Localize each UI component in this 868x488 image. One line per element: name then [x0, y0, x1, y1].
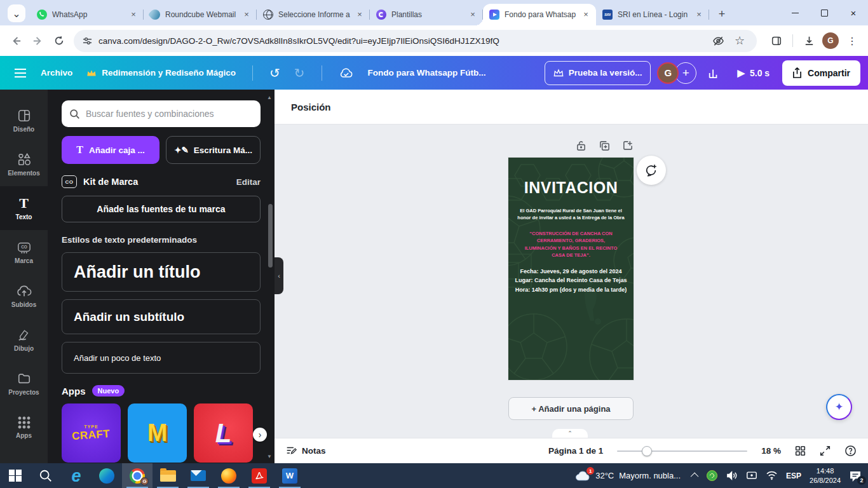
- brand-kit-edit-button[interactable]: Editar: [236, 177, 261, 187]
- browser-profile-avatar[interactable]: G: [822, 32, 839, 49]
- tab-whatsapp[interactable]: WhatsApp ×: [31, 4, 144, 25]
- share-button[interactable]: Compartir: [782, 60, 860, 86]
- sidebar-item-apps[interactable]: Apps: [0, 405, 48, 449]
- tab-close-icon[interactable]: ×: [128, 10, 139, 20]
- taskbar-ie-button[interactable]: e: [61, 463, 92, 488]
- new-tab-button[interactable]: +: [713, 5, 731, 23]
- add-page-icon[interactable]: [622, 140, 634, 151]
- wifi-icon[interactable]: [766, 471, 778, 480]
- tab-close-icon[interactable]: ×: [355, 10, 365, 20]
- undo-icon[interactable]: ↺: [269, 67, 280, 79]
- tab-fondo-whatsapp-active[interactable]: Fondo para Whatsap ×: [483, 4, 596, 25]
- tab-plantillas[interactable]: Plantillas ×: [370, 4, 483, 25]
- taskbar-explorer-button[interactable]: [153, 463, 183, 488]
- insights-chart-icon[interactable]: [703, 67, 724, 79]
- scroll-down-icon[interactable]: ▼: [267, 454, 272, 459]
- download-icon[interactable]: [798, 30, 820, 51]
- magic-write-button[interactable]: ✦✎ Escritura Má...: [166, 136, 261, 164]
- canvas-workspace[interactable]: INVITACION El GAD Parroquial Rural de Sa…: [275, 125, 868, 438]
- taskbar-firefox-button[interactable]: [214, 463, 244, 488]
- design-page[interactable]: INVITACION El GAD Parroquial Rural de Sa…: [508, 158, 634, 380]
- add-title-style[interactable]: Añadir un título: [62, 252, 261, 292]
- redo-icon[interactable]: ↻: [294, 67, 305, 79]
- taskbar-chrome-button[interactable]: G: [122, 463, 153, 488]
- duplicate-page-icon[interactable]: [599, 140, 610, 151]
- app-tile-typecraft[interactable]: TYPE CRAFT: [62, 403, 121, 463]
- app-tile-typelettering[interactable]: L: [194, 403, 253, 463]
- taskbar-mail-button[interactable]: [183, 463, 214, 488]
- action-center-button[interactable]: 2: [849, 470, 862, 482]
- side-panel-icon[interactable]: [766, 30, 787, 51]
- help-icon[interactable]: [844, 445, 857, 457]
- apps-carousel-next-button[interactable]: ›: [253, 428, 267, 442]
- language-indicator[interactable]: ESP: [786, 471, 801, 480]
- taskbar-search-button[interactable]: [31, 463, 61, 488]
- window-close-button[interactable]: ×: [839, 0, 868, 25]
- search-input[interactable]: [86, 109, 253, 119]
- trial-button[interactable]: Prueba la versió...: [545, 61, 651, 85]
- clock[interactable]: 14:48 26/8/2024: [810, 466, 841, 485]
- sidebar-item-texto[interactable]: T Texto: [0, 186, 48, 230]
- display-cast-icon[interactable]: [746, 471, 757, 480]
- add-text-box-button[interactable]: T Añadir caja ...: [62, 136, 159, 164]
- grid-view-icon[interactable]: [795, 445, 806, 456]
- add-subtitle-style[interactable]: Añadir un subtítulo: [62, 299, 261, 334]
- design-title[interactable]: INVITACION: [508, 179, 634, 197]
- design-details-text[interactable]: Fecha: Jueves, 29 de agosto del 2024 Lug…: [508, 267, 634, 294]
- sidebar-item-marca[interactable]: CO Marca: [0, 230, 48, 274]
- browser-menu-icon[interactable]: ⋮: [841, 30, 863, 51]
- sidebar-item-subidos[interactable]: Subidos: [0, 274, 48, 318]
- tab-roundcube[interactable]: Roundcube Webmail ×: [144, 4, 257, 25]
- font-search[interactable]: [62, 100, 261, 127]
- unlock-icon[interactable]: [576, 140, 587, 151]
- app-tile-textmaker[interactable]: M: [128, 403, 187, 463]
- tab-seleccione-informe[interactable]: Seleccione Informe a ×: [257, 4, 370, 25]
- address-bar[interactable]: canva.com/design/DAGO-2-O_Rw/c7OVSAdk8lI…: [74, 30, 757, 52]
- panel-scrollbar[interactable]: [268, 204, 273, 449]
- notes-button[interactable]: Notas: [286, 445, 326, 456]
- add-body-text-style[interactable]: Añadir un poco de texto: [62, 342, 261, 374]
- weather-widget[interactable]: 1 32°C Mayorm. nubla...: [571, 470, 684, 481]
- tab-close-icon[interactable]: ×: [694, 10, 704, 20]
- sidebar-item-diseno[interactable]: Diseño: [0, 98, 48, 142]
- scroll-up-icon[interactable]: ▲: [267, 95, 272, 100]
- taskbar-acrobat-button[interactable]: [244, 463, 275, 488]
- add-page-button[interactable]: + Añadir una página: [508, 397, 634, 420]
- tab-close-icon[interactable]: ×: [581, 10, 591, 20]
- zoom-slider-thumb[interactable]: [642, 446, 652, 456]
- add-brand-fonts-button[interactable]: Añade las fuentes de tu marca: [62, 196, 261, 222]
- site-settings-icon[interactable]: [83, 36, 92, 46]
- hamburger-menu-icon[interactable]: [14, 68, 27, 78]
- volume-icon[interactable]: [726, 470, 738, 481]
- magic-resize-menu[interactable]: Redimensión y Rediseño Mágico: [86, 68, 236, 78]
- window-maximize-button[interactable]: [810, 0, 839, 25]
- window-minimize-button[interactable]: [780, 0, 810, 25]
- zoom-slider-track[interactable]: [617, 451, 747, 452]
- file-menu[interactable]: Archivo: [41, 68, 72, 78]
- design-project-text[interactable]: “CONSTRUCCIÓN DE CANCHA CON CERRAMIENTO,…: [508, 230, 634, 259]
- design-intro-text[interactable]: El GAD Parroquial Rural de San Juan tien…: [508, 208, 634, 222]
- panel-collapse-button[interactable]: ‹: [275, 257, 283, 294]
- start-button[interactable]: [0, 463, 31, 488]
- canva-profile-avatar[interactable]: G: [657, 62, 679, 84]
- expand-pages-button[interactable]: ⌃: [552, 429, 588, 438]
- antivirus-tray-icon[interactable]: [707, 470, 717, 481]
- taskbar-edge-button[interactable]: [92, 463, 122, 488]
- position-button[interactable]: Posición: [285, 97, 337, 118]
- bookmark-star-icon[interactable]: ☆: [729, 30, 750, 51]
- add-comment-button[interactable]: [637, 156, 666, 185]
- eye-off-icon[interactable]: [707, 30, 729, 51]
- ai-assistant-button[interactable]: ✦: [826, 394, 852, 420]
- tab-search-button[interactable]: ⌄: [8, 4, 25, 22]
- reload-icon[interactable]: [48, 30, 70, 51]
- forward-icon[interactable]: [27, 30, 48, 51]
- zoom-slider[interactable]: [617, 446, 747, 456]
- tray-expand-icon[interactable]: [691, 473, 699, 481]
- taskbar-word-button[interactable]: W: [275, 463, 305, 488]
- sidebar-item-elementos[interactable]: Elementos: [0, 142, 48, 186]
- tab-close-icon[interactable]: ×: [241, 10, 252, 20]
- document-title[interactable]: Fondo para Whatsapp Fútb...: [368, 68, 486, 78]
- fullscreen-icon[interactable]: [820, 445, 831, 456]
- present-button[interactable]: ▶ 5.0 s: [731, 67, 776, 79]
- sidebar-item-proyectos[interactable]: Proyectos: [0, 362, 48, 405]
